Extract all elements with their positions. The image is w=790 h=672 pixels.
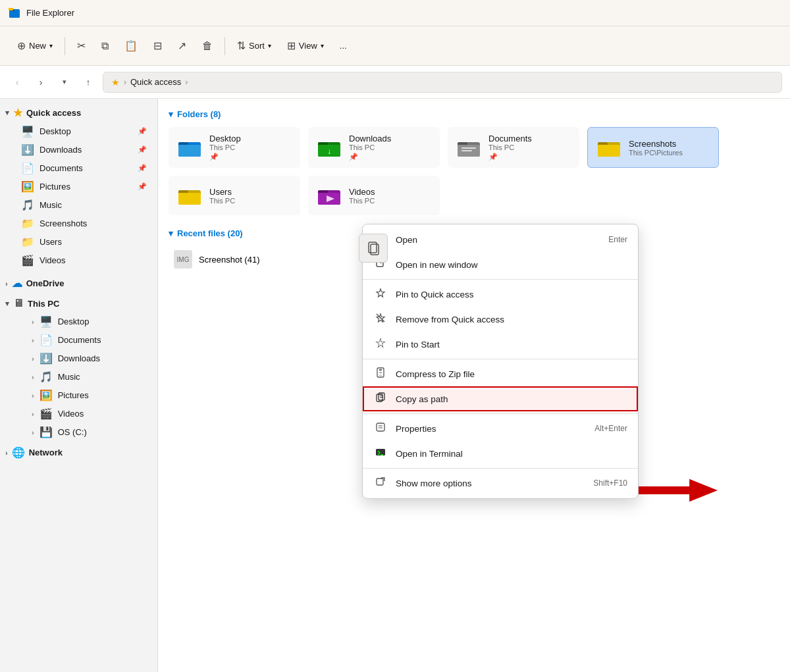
context-item-open[interactable]: Open Enter	[363, 227, 638, 252]
folder-card-documents[interactable]: Documents This PC 📌	[448, 127, 579, 168]
context-sep-1	[363, 279, 638, 280]
sidebar-desktop-label: Desktop	[40, 126, 71, 136]
toolbar-separator-2	[224, 37, 225, 55]
thispc-videos-icon: 🎬	[40, 407, 53, 420]
paste-button[interactable]: 📋	[118, 36, 144, 56]
delete-icon: 🗑	[202, 40, 213, 52]
folder-downloads-icon: ↓	[316, 134, 342, 161]
folder-downloads-info: Downloads This PC 📌	[349, 134, 432, 161]
sidebar-quick-access-header[interactable]: ▾ ★ Quick access	[0, 104, 157, 122]
address-star-icon: ★	[111, 77, 120, 88]
context-properties-label: Properties	[396, 424, 587, 434]
folder-card-desktop[interactable]: Desktop This PC 📌	[169, 127, 300, 168]
view-chevron-icon: ▾	[321, 42, 324, 49]
context-terminal-label: Open in Terminal	[396, 449, 627, 459]
thispc-desktop-label: Desktop	[58, 317, 90, 326]
view-button[interactable]: ⊞ View ▾	[280, 36, 330, 56]
address-separator-2: ›	[185, 78, 188, 87]
folder-card-users[interactable]: Users This PC	[169, 176, 300, 215]
sidebar-item-videos[interactable]: 🎬 Videos	[3, 251, 155, 269]
sidebar-network-header[interactable]: › 🌐 Network	[0, 444, 157, 461]
thispc-music-label: Music	[58, 372, 80, 382]
sidebar-item-screenshots[interactable]: 📁 Screenshots	[3, 215, 155, 232]
more-label: ...	[340, 41, 347, 51]
thispc-documents-label: Documents	[58, 335, 101, 345]
sidebar-thispc-documents[interactable]: › 📄 Documents	[3, 331, 155, 349]
folder-users-sub: This PC	[209, 197, 292, 205]
context-item-open-new-window[interactable]: Open in new window	[363, 252, 638, 277]
sidebar-thispc-music[interactable]: › 🎵 Music	[3, 368, 155, 386]
sort-button[interactable]: ⇅ Sort ▾	[230, 36, 278, 56]
sidebar-item-pictures[interactable]: 🖼️ Pictures 📌	[3, 178, 155, 195]
sidebar: ▾ ★ Quick access 🖥️ Desktop 📌 ⬇️ Downloa…	[0, 99, 158, 672]
sidebar-thispc-pictures[interactable]: › 🖼️ Pictures	[3, 386, 155, 404]
context-compress-zip-label: Compress to Zip file	[396, 369, 627, 379]
sidebar-onedrive-header[interactable]: › ☁ OneDrive	[0, 274, 157, 292]
share-button[interactable]: ↗	[171, 36, 193, 56]
network-chevron-icon: ›	[5, 449, 8, 457]
thispc-desktop-chevron-icon: ›	[32, 318, 34, 326]
file-explorer-icon	[8, 7, 21, 20]
folder-card-videos[interactable]: Videos This PC	[308, 176, 440, 215]
sidebar-item-music[interactable]: 🎵 Music	[3, 196, 155, 214]
music-icon: 🎵	[21, 199, 34, 211]
sidebar-thispc-downloads[interactable]: › ⬇️ Downloads	[3, 349, 155, 367]
sidebar-thispc-videos[interactable]: › 🎬 Videos	[3, 405, 155, 423]
context-item-pin-start[interactable]: Pin to Start	[363, 332, 638, 357]
delete-button[interactable]: 🗑	[196, 36, 219, 56]
context-item-remove-quick-access[interactable]: Remove from Quick access	[363, 307, 638, 332]
rename-button[interactable]: ⊟	[147, 36, 169, 56]
forward-button[interactable]: ›	[32, 73, 50, 91]
sidebar-network-label: Network	[29, 448, 63, 457]
paste-icon: 📋	[124, 39, 138, 52]
context-item-open-terminal[interactable]: Open in Terminal	[363, 441, 638, 466]
sidebar-thispc-desktop[interactable]: › 🖥️ Desktop	[3, 313, 155, 330]
folders-section-label: Folders (8)	[177, 109, 221, 119]
users-folder-icon: 📁	[21, 236, 34, 248]
sidebar-item-users[interactable]: 📁 Users	[3, 233, 155, 251]
recent-locations-button[interactable]: ▾	[55, 73, 74, 91]
sidebar-thispc-osdrive[interactable]: › 💾 OS (C:)	[3, 423, 155, 441]
folder-videos-icon	[316, 182, 342, 209]
pictures-icon: 🖼️	[21, 180, 34, 193]
context-item-copy-as-path[interactable]: Copy as path	[363, 386, 638, 411]
folder-screenshots-sub: This PC\Pictures	[629, 149, 710, 157]
context-pin-quick-access-label: Pin to Quick access	[396, 290, 627, 299]
context-open-new-window-label: Open in new window	[396, 260, 627, 270]
address-bar[interactable]: ★ › Quick access ›	[103, 72, 782, 93]
sidebar-thispc-label: This PC	[28, 299, 59, 309]
cut-button[interactable]: ✂	[70, 36, 92, 56]
folder-card-screenshots[interactable]: Screenshots This PC\Pictures	[587, 127, 719, 168]
context-terminal-icon	[373, 447, 388, 460]
context-remove-quick-access-label: Remove from Quick access	[396, 315, 627, 324]
folder-documents-sub: This PC	[488, 143, 571, 151]
up-button[interactable]: ↑	[79, 73, 97, 91]
svg-rect-37	[379, 375, 382, 376]
sidebar-item-desktop[interactable]: 🖥️ Desktop 📌	[3, 122, 155, 140]
documents-pin-icon: 📌	[138, 164, 147, 172]
network-icon: 🌐	[12, 446, 25, 459]
folder-screenshots-name: Screenshots	[629, 139, 710, 149]
folder-videos-info: Videos This PC	[349, 187, 432, 205]
back-button[interactable]: ‹	[8, 73, 26, 91]
context-item-compress-zip[interactable]: Compress to Zip file	[363, 361, 638, 386]
folder-card-downloads[interactable]: ↓ Downloads This PC 📌	[308, 127, 440, 168]
context-item-show-more-options[interactable]: Show more options Shift+F10	[363, 471, 638, 496]
folders-chevron-icon: ▾	[169, 109, 173, 119]
svg-marker-30	[377, 289, 384, 297]
folders-section-header[interactable]: ▾ Folders (8)	[169, 109, 779, 119]
more-button[interactable]: ...	[333, 37, 354, 55]
copy-button[interactable]: ⧉	[95, 36, 115, 56]
sidebar-thispc-header[interactable]: ▾ 🖥 This PC	[0, 295, 157, 312]
context-item-properties[interactable]: Properties Alt+Enter	[363, 416, 638, 441]
sidebar-item-documents[interactable]: 📄 Documents 📌	[3, 159, 155, 177]
thispc-downloads-chevron-icon: ›	[32, 355, 34, 363]
new-button[interactable]: ⊕ New ▾	[11, 36, 59, 56]
svg-rect-17	[598, 145, 620, 157]
svg-rect-13	[461, 147, 476, 149]
sidebar-item-downloads[interactable]: ⬇️ Downloads 📌	[3, 141, 155, 159]
sort-icon: ⇅	[237, 39, 246, 52]
thispc-icon: 🖥	[13, 297, 24, 309]
context-item-pin-quick-access[interactable]: Pin to Quick access	[363, 282, 638, 307]
thispc-osdrive-label: OS (C:)	[58, 427, 87, 437]
